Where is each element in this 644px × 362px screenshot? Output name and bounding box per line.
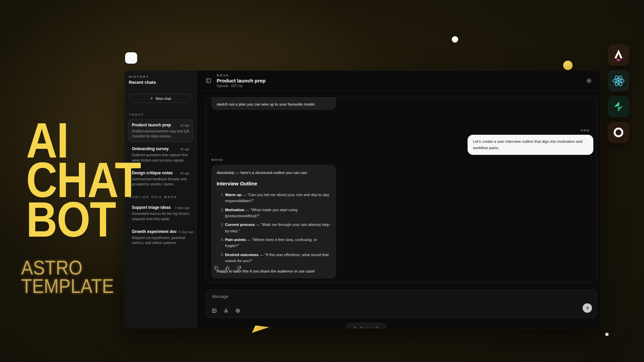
openai-logo [608,122,629,143]
message-input[interactable] [211,294,565,306]
openai-logo-icon [611,125,626,139]
toolbar-divider [372,326,372,328]
list-item: Pain points — "Where does it feel slow, … [225,237,331,249]
sidebar-toggle-button[interactable] [205,77,212,84]
list-item: Motivation — "What made you start using … [225,207,331,219]
chat-preview: Generated macros for the top friction re… [132,211,190,221]
chat-timestamp: 2h ago [180,124,190,127]
supabase-logo-icon [611,100,626,114]
chat-title: Product launch prep [132,123,171,127]
sidebar-title: Recent chats [129,80,193,85]
astro-logo-icon [611,48,626,62]
astro-logo [608,44,629,66]
list-item: Current process — "Walk me through your … [225,222,331,234]
chat-timestamp: 5 days ago [179,230,194,234]
model-label: OpenAI · GPT-4o [217,84,266,88]
user-message-bubble: Let's create a user interview outline th… [468,135,593,155]
new-chat-label: New chat [156,97,171,101]
send-button[interactable] [583,303,592,313]
page-title: Product launch prep [217,78,266,83]
assistant-intro: Absolutely — here's a structured outline… [217,170,331,176]
tech-stack-rail [608,44,629,143]
message-thread-panel[interactable]: sketch out a plan you can wire up to you… [206,97,597,283]
chat-timestamp: 4h ago [180,147,190,151]
pen-icon[interactable] [359,326,363,328]
plus-icon: + [150,96,153,101]
attach-image-button[interactable] [211,308,217,314]
sidebar-divider [125,107,197,108]
decor-yellow-dot [563,61,573,70]
hero-title-line-3: BOT [26,195,116,244]
image-icon [212,308,217,313]
list-item: Desired outcomes — "If this was effortle… [225,252,331,264]
chat-preview: Mapped out hypotheses, guardrail metrics… [132,235,190,245]
copy-button[interactable] [213,265,219,271]
chat-header: NOVA Product launch prep OpenAI · GPT-4o [197,71,600,91]
decor-white-rounded-square [125,52,137,64]
new-chat-button[interactable]: + New chat [129,94,192,103]
nova-label: NOVA [212,158,223,162]
hero-background: AI CHAT BOT ASTRO TEMPLATE HISTORY Recen… [0,0,644,362]
thumbs-down-button[interactable] [236,265,242,271]
message-composer [206,290,597,318]
panel-left-icon [206,78,211,83]
decor-tiny-white-square [605,333,608,336]
send-arrow-icon [585,306,590,310]
interview-outline-list: Warm up — "Can you tell me about your ro… [217,192,331,264]
sun-icon [586,78,592,83]
text-tool-icon[interactable]: A [354,326,356,329]
theme-toggle-button[interactable] [586,77,592,84]
cpu-icon [235,308,240,313]
sidebar-divider [125,89,197,89]
assistant-message-bubble: Absolutely — here's a structured outline… [211,165,336,279]
supabase-logo [608,96,629,117]
history-label: HISTORY [129,75,193,78]
section-label-today: TODAY [129,113,192,116]
list-item: Warm up — "Can you tell me about your ro… [225,192,331,204]
decor-white-dot [452,36,458,43]
minus-icon[interactable] [366,326,369,328]
you-label: YOU [581,129,590,132]
copy-icon [214,266,218,270]
react-logo-icon [611,73,626,88]
chat-title: Onboarding survey [132,146,169,151]
chat-timestamp: 3 days ago [175,206,190,209]
message-action-bar [213,265,242,271]
gear-icon[interactable] [375,326,379,328]
chat-preview: Drafted announcement copy and QA checkli… [132,129,190,139]
chat-main-area: NOVA Product launch prep OpenAI · GPT-4o [197,71,600,328]
chat-timestamp: 6h ago [180,172,190,175]
thumbs-down-icon [237,266,241,270]
floating-toolbar-clipped: A [346,323,387,328]
hero-subtitle-line-2: TEMPLATE [21,277,114,296]
assistant-name-label: NOVA [217,74,266,77]
sidebar-item-growth-experiment-doc[interactable]: Growth experiment doc 5 days ago Mapped … [128,226,193,249]
react-logo [608,70,629,92]
chat-title: Growth experiment doc [132,229,177,234]
chat-app-window: HISTORY Recent chats + New chat TODAY Pr… [124,70,601,328]
palette-icon [224,308,228,313]
thumbs-up-icon [225,266,230,270]
sidebar-item-product-launch-prep[interactable]: Product launch prep 2h ago Drafted annou… [128,119,193,142]
thumbs-up-button[interactable] [225,265,230,271]
assistant-message-partial: sketch out a plan you can wire up to you… [211,98,336,110]
model-settings-button[interactable] [235,308,241,314]
palette-button[interactable] [223,308,229,314]
composer-toolbar [211,308,241,314]
assistant-heading: Interview Outline [217,180,331,188]
